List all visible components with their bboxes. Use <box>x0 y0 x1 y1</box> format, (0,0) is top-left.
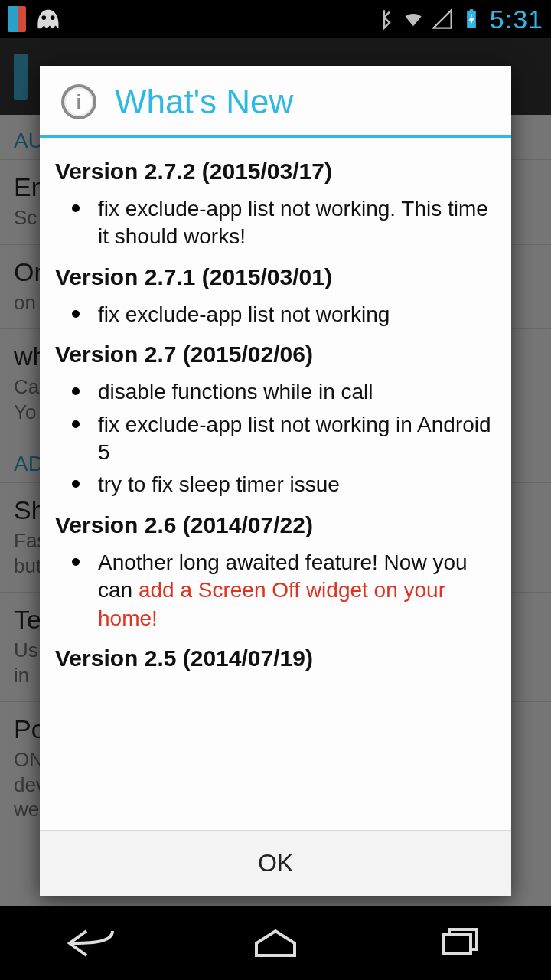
version-header: Version 2.7 (2015/02/06) <box>55 339 496 369</box>
version-header: Version 2.7.2 (2015/03/17) <box>55 156 496 186</box>
changelog-item: fix exclude-app list not working <box>98 301 496 328</box>
info-icon: i <box>61 84 96 119</box>
highlighted-text: add a Screen Off widget on your home! <box>98 578 445 629</box>
changelog-item: try to fix sleep timer issue <box>98 471 496 498</box>
recents-button[interactable] <box>413 920 505 966</box>
dialog-body[interactable]: Version 2.7.2 (2015/03/17) fix exclude-a… <box>40 138 511 830</box>
back-button[interactable] <box>46 920 138 966</box>
battery-charging-icon <box>461 8 482 30</box>
status-bar: 5:31 <box>0 0 551 38</box>
home-button[interactable] <box>230 920 321 966</box>
svg-point-0 <box>41 15 46 20</box>
dialog-footer: OK <box>40 830 511 896</box>
version-header: Version 2.5 (2014/07/19) <box>55 643 496 673</box>
changelog-item: disable functions while in call <box>98 378 496 406</box>
changelog-item: fix exclude-app list not working. This t… <box>98 195 496 251</box>
version-header: Version 2.7.1 (2015/03/01) <box>55 262 496 292</box>
ghost-notification-icon <box>34 8 63 31</box>
changelog-item: Another long awaited feature! Now you ca… <box>98 549 496 632</box>
svg-point-1 <box>51 15 55 20</box>
whats-new-dialog: i What's New Version 2.7.2 (2015/03/17) … <box>40 66 511 896</box>
wifi-icon <box>403 8 424 30</box>
app-notification-icon <box>8 6 26 32</box>
dialog-title: What's New <box>115 83 293 121</box>
navigation-bar <box>0 906 551 980</box>
bluetooth-icon <box>373 8 395 30</box>
dialog-title-bar: i What's New <box>40 66 511 135</box>
clock: 5:31 <box>490 5 543 34</box>
version-header: Version 2.6 (2014/07/22) <box>55 510 496 540</box>
svg-rect-2 <box>443 934 471 954</box>
changelog-item: fix exclude-app list not working in Andr… <box>98 411 496 467</box>
ok-button[interactable]: OK <box>40 831 511 896</box>
cell-signal-icon <box>432 8 453 30</box>
